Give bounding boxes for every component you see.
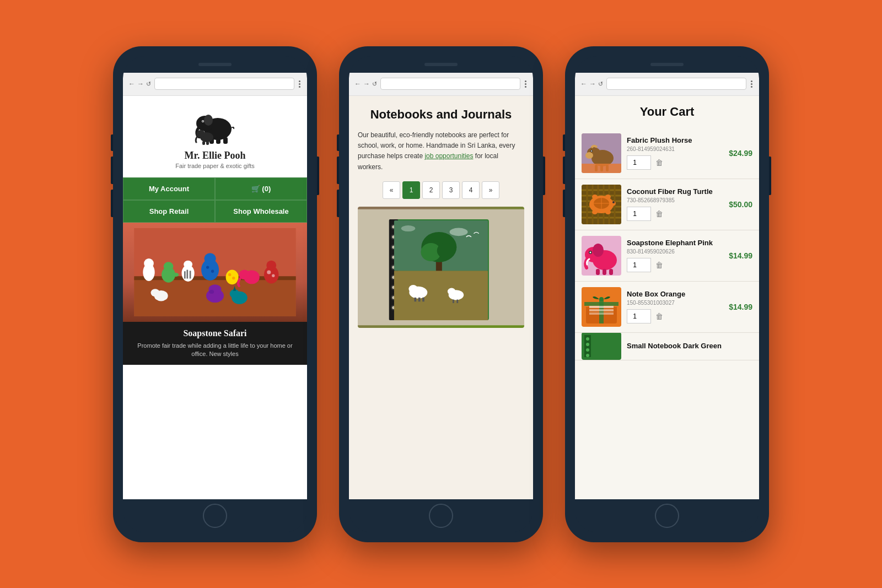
url-bar-3[interactable] <box>606 78 746 90</box>
notebook-image <box>358 207 524 328</box>
cart-item: Note Box Orange 150-855301003027 🗑 $14.9… <box>575 282 759 333</box>
next-page-button[interactable]: » <box>482 181 499 199</box>
cart-item-name: Coconut Fiber Rug Turtle <box>627 187 723 197</box>
phone-frame-3: ← → ↺ Your Cart <box>565 46 769 542</box>
small-notebook-image-icon <box>582 333 621 360</box>
caption-text: Promote fair trade while adding a little… <box>132 342 298 359</box>
cart-nav[interactable]: 🛒 (0) <box>215 177 307 200</box>
cart-item-sku: 150-855301003027 <box>627 300 723 306</box>
svg-point-32 <box>228 273 231 276</box>
delete-icon[interactable]: 🗑 <box>655 312 663 321</box>
delete-icon[interactable]: 🗑 <box>655 158 663 167</box>
home-button-2[interactable] <box>429 504 453 528</box>
cart-item: Coconut Fiber Rug Turtle 730-85266897938… <box>575 179 759 230</box>
svg-point-116 <box>592 195 598 199</box>
prev-page-button[interactable]: « <box>383 181 400 199</box>
page-1-button[interactable]: 1 <box>402 181 420 199</box>
cart-item-image <box>582 185 621 224</box>
phone-1: ← → ↺ <box>113 46 317 542</box>
svg-rect-24 <box>186 269 188 278</box>
horse-image-icon <box>582 133 621 173</box>
svg-point-39 <box>272 274 275 277</box>
qty-input[interactable] <box>627 309 651 323</box>
cart-item-price: $14.99 <box>729 251 752 260</box>
svg-point-142 <box>586 343 589 346</box>
qty-input[interactable] <box>627 207 651 221</box>
menu-dot <box>299 83 300 85</box>
notebooks-description: Our beautiful, eco-friendly notebooks ar… <box>358 130 524 172</box>
url-bar-1[interactable] <box>154 78 294 90</box>
page-4-button[interactable]: 4 <box>462 181 480 199</box>
brand-name: Mr. Ellie Pooh <box>185 150 246 161</box>
back-arrow-icon[interactable]: ← <box>354 80 361 88</box>
refresh-icon[interactable]: ↺ <box>372 80 377 88</box>
pagination: « 1 2 3 4 » <box>358 181 524 199</box>
phone-speaker-3 <box>650 63 684 66</box>
cart-item-sku: 830-814959020626 <box>627 249 723 255</box>
browser-bar-2: ← → ↺ <box>349 73 533 96</box>
svg-point-20 <box>164 262 174 271</box>
svg-point-75 <box>401 225 416 231</box>
phone-screen-1: Mr. Ellie Pooh Fair trade paper & exotic… <box>123 96 307 499</box>
phone-bottom-2 <box>349 499 533 532</box>
svg-rect-127 <box>596 269 600 275</box>
svg-point-74 <box>450 228 468 236</box>
phone-top-bar-2 <box>349 56 533 73</box>
shop-retail-nav[interactable]: Shop Retail <box>123 200 215 223</box>
elephant-logo-icon <box>193 107 237 145</box>
notebox-image-icon <box>582 287 621 327</box>
forward-arrow-icon[interactable]: → <box>137 80 144 88</box>
refresh-icon[interactable]: ↺ <box>146 80 151 88</box>
browser-bar-3: ← → ↺ <box>575 73 759 96</box>
home-button-1[interactable] <box>203 504 227 528</box>
home-button-3[interactable] <box>655 504 679 528</box>
turtle-image-icon <box>582 185 621 224</box>
delete-icon[interactable]: 🗑 <box>655 261 663 269</box>
svg-rect-96 <box>582 164 621 173</box>
notebooks-title: Notebooks and Journals <box>358 107 524 123</box>
url-bar-2[interactable] <box>380 78 520 90</box>
back-arrow-icon[interactable]: ← <box>580 80 587 88</box>
svg-point-119 <box>605 210 611 214</box>
cart-title: Your Cart <box>575 96 759 128</box>
browser-menu-icon-3[interactable] <box>750 79 754 89</box>
svg-rect-23 <box>184 271 186 278</box>
cart-item-name: Note Box Orange <box>627 290 723 299</box>
page-3-button[interactable]: 3 <box>442 181 460 199</box>
nav-menu: My Account 🛒 (0) Shop Retail Shop Wholes… <box>123 177 307 223</box>
browser-menu-icon-2[interactable] <box>524 79 528 89</box>
cart-item-sku: 260-814959024631 <box>627 146 723 152</box>
job-opportunities-link[interactable]: job opportunities <box>424 152 473 160</box>
svg-point-38 <box>267 270 271 274</box>
menu-dot <box>751 83 752 85</box>
my-account-nav[interactable]: My Account <box>123 177 215 200</box>
forward-arrow-icon[interactable]: → <box>589 80 596 88</box>
svg-rect-11 <box>206 141 209 145</box>
browser-bar-1: ← → ↺ <box>123 73 307 96</box>
qty-input[interactable] <box>627 155 651 170</box>
svg-point-124 <box>593 244 604 257</box>
animals-svg <box>128 228 302 316</box>
page-2-button[interactable]: 2 <box>422 181 440 199</box>
phone-inner-2: ← → ↺ Notebooks and Journals Our beautif… <box>349 56 533 532</box>
cart-item-name: Soapstone Elephant Pink <box>627 239 723 248</box>
phone-inner-1: ← → ↺ <box>123 56 307 532</box>
cart-item-price: $50.00 <box>729 200 752 209</box>
phone-inner-3: ← → ↺ Your Cart <box>575 56 759 532</box>
refresh-icon[interactable]: ↺ <box>598 80 603 88</box>
phone-top-bar-3 <box>575 56 759 73</box>
forward-arrow-icon[interactable]: → <box>363 80 370 88</box>
back-arrow-icon[interactable]: ← <box>128 80 135 88</box>
qty-input[interactable] <box>627 258 651 272</box>
svg-rect-136 <box>589 309 614 311</box>
svg-point-115 <box>609 201 616 206</box>
cart-item-image <box>582 287 621 327</box>
cart-item-sku: 730-852668979385 <box>627 197 723 203</box>
cart-item-details: Small Notebook Dark Green <box>627 342 752 351</box>
browser-menu-icon[interactable] <box>298 79 302 89</box>
delete-icon[interactable]: 🗑 <box>655 209 663 218</box>
shop-wholesale-nav[interactable]: Shop Wholesale <box>215 200 307 223</box>
cart-item-name: Small Notebook Dark Green <box>627 342 752 351</box>
svg-point-144 <box>586 354 589 357</box>
phone-top-bar-1 <box>123 56 307 73</box>
